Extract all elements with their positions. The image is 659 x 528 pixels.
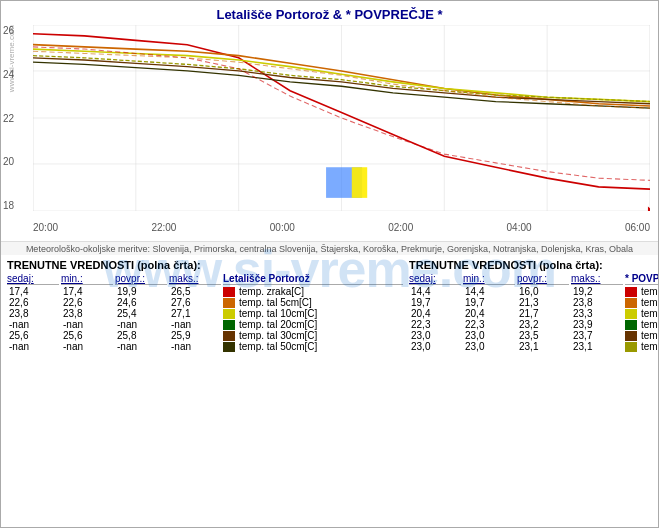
cell-2-0-2: 16,0 [517,286,569,297]
col-min-1: min.: 17,4 22,6 23,8 -nan 25,6 -nan [61,273,113,352]
y-label-1: 26 [3,25,14,36]
legend-swatch-1-2 [223,309,235,319]
legend-col-2: * POVPREČJE * temp. zraka[C]temp. tal 5c… [625,273,658,352]
legend-label-1-2: temp. tal 10cm[C] [239,308,317,319]
legend-swatch-1-4 [223,331,235,341]
y-label-4: 20 [3,156,14,167]
legend-label-2-5: temp. tal 50cm[C] [641,341,658,352]
header-sedaj-2: sedaj: [409,273,461,285]
section1-title: TRENUTNE VREDNOSTI (polna črta): [7,259,403,271]
svg-rect-13 [352,167,367,198]
y-axis: 26 24 22 20 18 [3,25,14,211]
header-povpr-1: povpr.: [115,273,167,285]
legend-swatch-2-1 [625,298,637,308]
header-maks-1: maks.: [169,273,221,285]
legend-swatch-1-1 [223,298,235,308]
col-sedaj-1: sedaj: 17,4 22,6 23,8 -nan 25,6 -nan [7,273,59,352]
legend-swatch-1-0 [223,287,235,297]
cell-1-1-1: 22,6 [61,297,113,308]
cell-1-4-1: 25,6 [61,330,113,341]
header-maks-2: maks.: [571,273,623,285]
legend-label-2-0: temp. zraka[C] [641,286,658,297]
cell-1-2-3: 27,1 [169,308,221,319]
legend-label-1-3: temp. tal 20cm[C] [239,319,317,330]
cell-2-5-0: 23,0 [409,341,461,352]
x-label-3: 02:00 [388,222,413,233]
cell-2-4-1: 23,0 [463,330,515,341]
table-section-2: TRENUTNE VREDNOSTI (polna črta): sedaj: … [409,259,658,521]
cell-1-3-0: -nan [7,319,59,330]
cell-2-4-2: 23,5 [517,330,569,341]
cell-2-3-3: 23,9 [571,319,623,330]
legend-item-2-5: temp. tal 50cm[C] [625,341,658,352]
legend-item-1-5: temp. tal 50cm[C] [223,341,403,352]
cell-2-1-1: 19,7 [463,297,515,308]
legend-label-1-5: temp. tal 50cm[C] [239,341,317,352]
legend-label-2-2: temp. tal 10cm[C] [641,308,658,319]
cell-2-5-3: 23,1 [571,341,623,352]
legend-bottom: Meteorološko-okoljske meritve: Slovenija… [1,241,658,255]
col-maks-2: maks.: 19,2 23,8 23,3 23,9 23,7 23,1 [571,273,623,352]
cell-2-5-1: 23,0 [463,341,515,352]
cell-2-5-2: 23,1 [517,341,569,352]
cell-2-4-0: 23,0 [409,330,461,341]
cell-2-4-3: 23,7 [571,330,623,341]
cell-1-3-1: -nan [61,319,113,330]
cell-2-3-0: 22,3 [409,319,461,330]
legend-item-2-0: temp. zraka[C] [625,286,658,297]
legend-swatch-2-3 [625,320,637,330]
x-label-0: 20:00 [33,222,58,233]
cell-2-0-1: 14,4 [463,286,515,297]
cell-2-2-3: 23,3 [571,308,623,319]
section2-title: TRENUTNE VREDNOSTI (polna črta): [409,259,658,271]
chart-title: Letališče Portorož & * POVPREČJE * [1,1,658,24]
cell-2-1-0: 19,7 [409,297,461,308]
cell-1-4-3: 25,9 [169,330,221,341]
header-povpr-2: povpr.: [517,273,569,285]
x-label-5: 06:00 [625,222,650,233]
legend-rows-2: temp. zraka[C]temp. tal 5cm[C]temp. tal … [625,286,658,352]
cell-1-0-0: 17,4 [7,286,59,297]
legend-swatch-1-3 [223,320,235,330]
main-container: Letališče Portorož & * POVPREČJE * www.s… [0,0,659,528]
cell-1-2-1: 23,8 [61,308,113,319]
legend-header-2: * POVPREČJE * [625,273,658,285]
cell-1-1-0: 22,6 [7,297,59,308]
col-min-2: min.: 14,4 19,7 20,4 22,3 23,0 23,0 [463,273,515,352]
table-section-1: TRENUTNE VREDNOSTI (polna črta): sedaj: … [7,259,403,521]
svg-marker-14 [648,207,650,211]
header-min-2: min.: [463,273,515,285]
legend-label-2-1: temp. tal 5cm[C] [641,297,658,308]
x-axis: 20:00 22:00 00:00 02:00 04:00 06:00 [33,222,650,233]
cell-2-0-0: 14,4 [409,286,461,297]
legend-item-1-1: temp. tal 5cm[C] [223,297,403,308]
legend-label-2-4: temp. tal 30cm[C] [641,330,658,341]
legend-item-1-3: temp. tal 20cm[C] [223,319,403,330]
cell-2-0-3: 19,2 [571,286,623,297]
cell-1-3-2: -nan [115,319,167,330]
cell-2-3-2: 23,2 [517,319,569,330]
legend-label-1-4: temp. tal 30cm[C] [239,330,317,341]
cell-1-5-1: -nan [61,341,113,352]
legend-swatch-1-5 [223,342,235,352]
legend-label-2-3: temp. tal 20cm[C] [641,319,658,330]
legend-rows-1: temp. zraka[C]temp. tal 5cm[C]temp. tal … [223,286,403,352]
y-label-2: 24 [3,69,14,80]
cell-2-2-2: 21,7 [517,308,569,319]
header-min-1: min.: [61,273,113,285]
chart-svg-wrapper [33,25,650,211]
legend-item-1-0: temp. zraka[C] [223,286,403,297]
cell-1-5-0: -nan [7,341,59,352]
cell-1-5-2: -nan [115,341,167,352]
x-label-4: 04:00 [507,222,532,233]
legend-label-1-0: temp. zraka[C] [239,286,304,297]
cell-2-1-3: 23,8 [571,297,623,308]
y-label-3: 22 [3,113,14,124]
chart-area: Letališče Portorož & * POVPREČJE * www.s… [1,1,658,241]
two-tables: TRENUTNE VREDNOSTI (polna črta): sedaj: … [7,259,652,525]
y-label-5: 18 [3,200,14,211]
legend-swatch-2-5 [625,342,637,352]
legend-col-1: Letališče Portorož temp. zraka[C]temp. t… [223,273,403,352]
legend-item-1-4: temp. tal 30cm[C] [223,330,403,341]
cell-2-3-1: 22,3 [463,319,515,330]
